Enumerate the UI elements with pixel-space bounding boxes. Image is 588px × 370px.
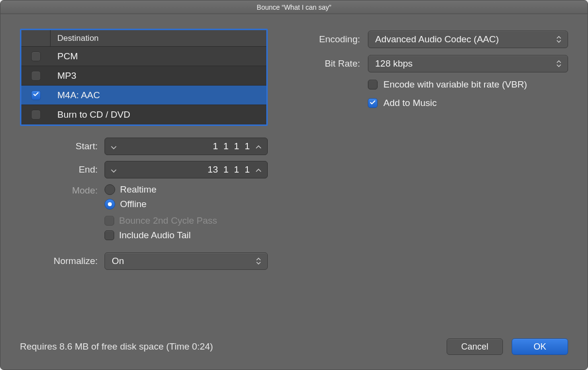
end-label: End: bbox=[20, 164, 98, 175]
start-label: Start: bbox=[20, 141, 98, 152]
start-value[interactable]: 1 1 1 1 bbox=[120, 141, 253, 152]
chevron-up-icon[interactable] bbox=[253, 141, 264, 152]
updown-icon bbox=[256, 256, 263, 266]
encoding-value: Advanced Audio Codec (AAC) bbox=[375, 34, 499, 45]
ok-button-label: OK bbox=[534, 342, 546, 352]
bounce-dialog: Bounce “What I can say” Destination bbox=[0, 0, 588, 370]
normalize-value: On bbox=[112, 256, 124, 266]
normalize-popup[interactable]: On bbox=[104, 252, 268, 270]
destination-label-pcm: PCM bbox=[51, 51, 78, 62]
normalize-label: Normalize: bbox=[20, 256, 98, 266]
destination-label-m4a: M4A: AAC bbox=[51, 90, 100, 101]
updown-icon bbox=[556, 34, 564, 45]
chevron-down-icon[interactable] bbox=[108, 141, 120, 152]
updown-icon bbox=[556, 58, 564, 69]
destination-checkbox-pcm[interactable] bbox=[31, 52, 41, 61]
encoding-popup[interactable]: Advanced Audio Codec (AAC) bbox=[368, 31, 568, 48]
cancel-button[interactable]: Cancel bbox=[447, 338, 503, 355]
destination-row-m4a[interactable]: M4A: AAC bbox=[21, 86, 266, 105]
add-to-music-checkbox[interactable] bbox=[368, 98, 378, 108]
destination-header-checkbox-col bbox=[21, 30, 51, 46]
mode-realtime-label: Realtime bbox=[120, 184, 156, 195]
include-tail-label: Include Audio Tail bbox=[119, 230, 191, 241]
mode-radio-offline[interactable] bbox=[104, 199, 115, 210]
destination-label-mp3: MP3 bbox=[51, 70, 76, 81]
destination-checkbox-mp3[interactable] bbox=[31, 71, 41, 81]
window-title-text: Bounce “What I can say” bbox=[257, 3, 331, 11]
bitrate-value: 128 kbps bbox=[375, 58, 413, 69]
bitrate-label: Bit Rate: bbox=[302, 58, 360, 69]
end-value[interactable]: 13 1 1 1 bbox=[120, 164, 253, 175]
bounce-2nd-checkbox bbox=[104, 216, 114, 226]
footer: Requires 8.6 MB of free disk space (Time… bbox=[20, 338, 568, 355]
destination-label-burn: Burn to CD / DVD bbox=[51, 109, 130, 120]
vbr-label: Encode with variable bit rate (VBR) bbox=[383, 79, 527, 90]
chevron-down-icon[interactable] bbox=[108, 164, 120, 175]
destination-header-row: Destination bbox=[21, 30, 266, 47]
destination-row-pcm[interactable]: PCM bbox=[21, 47, 266, 66]
mode-radio-realtime[interactable] bbox=[104, 184, 115, 195]
vbr-checkbox[interactable] bbox=[368, 80, 378, 89]
destination-header-label: Destination bbox=[51, 34, 99, 43]
end-stepper[interactable]: 13 1 1 1 bbox=[104, 161, 268, 178]
right-column: Encoding: Advanced Audio Codec (AAC) Bit… bbox=[302, 29, 568, 355]
left-column: Destination PCM bbox=[20, 29, 268, 355]
destination-checkbox-burn[interactable] bbox=[31, 110, 41, 120]
bounce-2nd-label: Bounce 2nd Cycle Pass bbox=[119, 215, 217, 226]
chevron-up-icon[interactable] bbox=[253, 164, 264, 175]
bitrate-popup[interactable]: 128 kbps bbox=[368, 55, 568, 72]
destination-checkbox-m4a[interactable] bbox=[31, 90, 41, 100]
destination-row-mp3[interactable]: MP3 bbox=[21, 66, 266, 86]
add-to-music-label: Add to Music bbox=[383, 98, 437, 108]
encoding-label: Encoding: bbox=[302, 34, 360, 45]
destination-row-burn[interactable]: Burn to CD / DVD bbox=[21, 105, 266, 124]
window-title: Bounce “What I can say” bbox=[0, 0, 588, 14]
mode-offline-label: Offline bbox=[120, 199, 147, 210]
start-stepper[interactable]: 1 1 1 1 bbox=[104, 138, 268, 155]
mode-label: Mode: bbox=[20, 184, 98, 245]
ok-button[interactable]: OK bbox=[512, 338, 568, 355]
disk-space-status: Requires 8.6 MB of free disk space (Time… bbox=[20, 341, 213, 352]
include-tail-checkbox[interactable] bbox=[104, 230, 114, 240]
cancel-button-label: Cancel bbox=[461, 342, 488, 352]
dialog-body: Destination PCM bbox=[0, 14, 588, 370]
destination-table: Destination PCM bbox=[20, 29, 268, 126]
